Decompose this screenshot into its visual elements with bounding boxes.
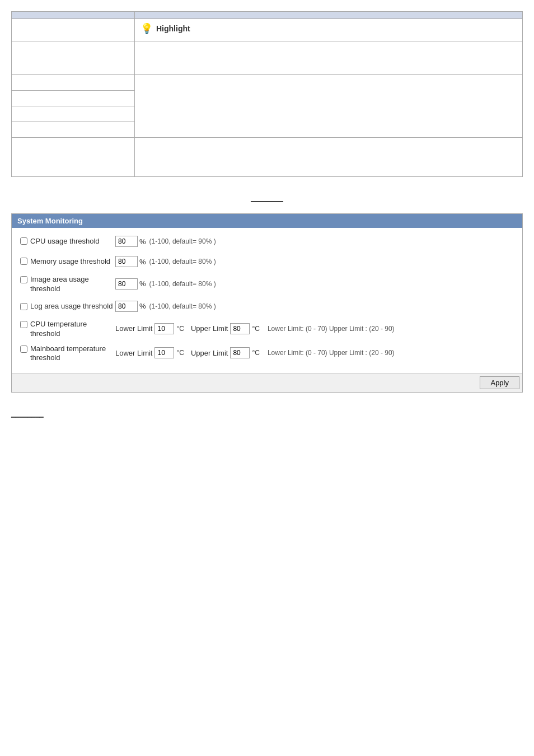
col2-header bbox=[135, 12, 523, 19]
cpu-temp-label[interactable]: CPU temperature threshold bbox=[20, 319, 115, 339]
memory-usage-input[interactable] bbox=[115, 256, 138, 267]
mainboard-upper-unit: °C bbox=[252, 349, 259, 357]
image-area-usage-label[interactable]: Image area usage threshold bbox=[20, 274, 115, 294]
memory-usage-label[interactable]: Memory usage threshold bbox=[20, 257, 115, 267]
cpu-lower-unit: °C bbox=[176, 325, 184, 333]
log-area-usage-checkbox[interactable] bbox=[20, 303, 27, 310]
image-area-usage-unit: % bbox=[139, 279, 146, 288]
mainboard-temp-label[interactable]: Mainboard temperature threshold bbox=[20, 343, 115, 363]
cpu-usage-input[interactable] bbox=[115, 236, 138, 247]
memory-usage-row: Memory usage threshold % (1-100, default… bbox=[20, 254, 514, 269]
log-area-usage-hint: (1-100, default= 80% ) bbox=[149, 302, 216, 310]
image-area-usage-hint: (1-100, default= 80% ) bbox=[149, 280, 216, 288]
cpu-upper-unit: °C bbox=[252, 325, 259, 333]
col1-header bbox=[12, 12, 135, 19]
left-empty-1 bbox=[12, 19, 135, 41]
left-bottom bbox=[12, 138, 135, 177]
top-table: 💡 Highlight bbox=[11, 11, 523, 177]
cpu-usage-row: CPU usage threshold % (1-100, default= 9… bbox=[20, 234, 514, 249]
cpu-temp-hint: Lower Limit: (0 - 70) Upper Limit : (20 … bbox=[268, 325, 395, 333]
cpu-lower-input[interactable] bbox=[154, 323, 174, 334]
cpu-lower-label: Lower Limit bbox=[115, 324, 152, 333]
cpu-temp-row: CPU temperature threshold Lower Limit °C… bbox=[20, 319, 514, 339]
mainboard-lower-unit: °C bbox=[176, 349, 184, 357]
bottom-link[interactable]: ________ bbox=[11, 409, 44, 418]
image-area-usage-row: Image area usage threshold % (1-100, def… bbox=[20, 274, 514, 294]
cpu-upper-label: Upper Limit bbox=[191, 324, 228, 333]
right-empty-2 bbox=[135, 41, 523, 75]
apply-row: Apply bbox=[12, 373, 522, 392]
left-empty-2 bbox=[12, 41, 135, 75]
apply-button[interactable]: Apply bbox=[480, 376, 519, 389]
memory-usage-unit: % bbox=[139, 258, 146, 266]
cpu-usage-hint: (1-100, default= 90% ) bbox=[149, 237, 216, 245]
log-area-usage-row: Log area usage threshold % (1-100, defau… bbox=[20, 298, 514, 314]
mainboard-lower-input[interactable] bbox=[154, 347, 174, 358]
highlight-label: Highlight bbox=[156, 24, 190, 33]
log-area-usage-unit: % bbox=[139, 302, 146, 310]
middle-section: ________ bbox=[11, 194, 523, 202]
mainboard-upper-label: Upper Limit bbox=[191, 349, 228, 357]
right-bottom bbox=[135, 138, 523, 177]
sys-monitoring-body: CPU usage threshold % (1-100, default= 9… bbox=[12, 228, 522, 373]
cpu-usage-label[interactable]: CPU usage threshold bbox=[20, 237, 115, 246]
cpu-temp-fields: Lower Limit °C Upper Limit °C Lower Limi… bbox=[115, 323, 395, 334]
system-monitoring-container: System Monitoring CPU usage threshold % … bbox=[11, 213, 523, 393]
image-area-usage-input[interactable] bbox=[115, 278, 138, 290]
mainboard-upper-input[interactable] bbox=[230, 347, 250, 358]
memory-usage-checkbox[interactable] bbox=[20, 258, 27, 265]
mainboard-temp-hint: Lower Limit: (0 - 70) Upper Limit : (20 … bbox=[268, 349, 395, 357]
bulb-icon: 💡 bbox=[140, 22, 153, 35]
middle-link[interactable]: ________ bbox=[251, 194, 283, 202]
cpu-usage-checkbox[interactable] bbox=[20, 237, 27, 245]
left-small-1 bbox=[12, 75, 135, 91]
mainboard-temp-fields: Lower Limit °C Upper Limit °C Lower Limi… bbox=[115, 347, 395, 358]
log-area-usage-label[interactable]: Log area usage threshold bbox=[20, 301, 115, 311]
left-small-4 bbox=[12, 122, 135, 138]
sys-monitoring-header: System Monitoring bbox=[12, 214, 522, 228]
image-area-usage-checkbox[interactable] bbox=[20, 276, 27, 283]
bottom-section: ________ bbox=[11, 409, 523, 418]
mainboard-lower-label: Lower Limit bbox=[115, 349, 152, 357]
left-small-2 bbox=[12, 91, 135, 106]
log-area-usage-input[interactable] bbox=[115, 301, 138, 312]
left-small-3 bbox=[12, 106, 135, 122]
memory-usage-hint: (1-100, default= 80% ) bbox=[149, 258, 216, 265]
cpu-temp-checkbox[interactable] bbox=[20, 321, 27, 328]
cpu-usage-unit: % bbox=[139, 237, 146, 246]
mainboard-temp-row: Mainboard temperature threshold Lower Li… bbox=[20, 343, 514, 363]
mainboard-temp-checkbox[interactable] bbox=[20, 346, 27, 353]
cpu-upper-input[interactable] bbox=[230, 323, 250, 334]
highlight-cell: 💡 Highlight bbox=[135, 19, 523, 41]
right-multi bbox=[135, 75, 523, 138]
